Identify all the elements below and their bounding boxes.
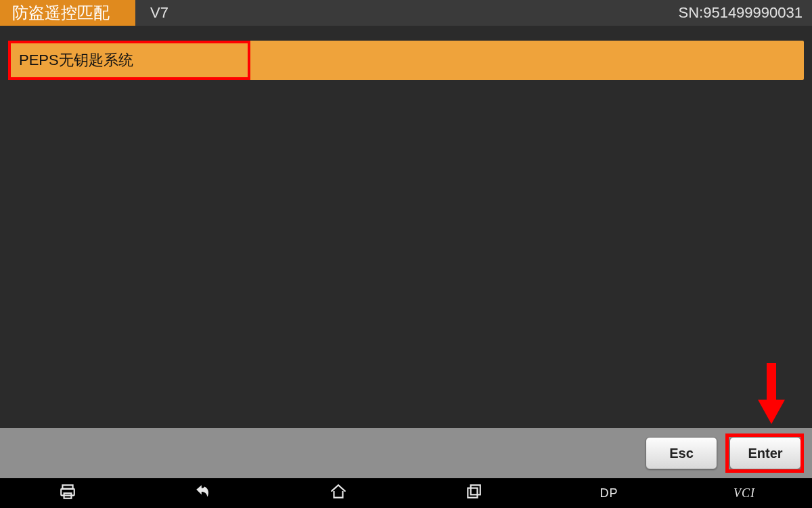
- main-content: PEPS无钥匙系统: [0, 26, 812, 428]
- back-icon: [194, 483, 212, 504]
- home-icon: [330, 483, 347, 504]
- bottom-nav: DP VCI: [0, 478, 812, 508]
- vci-label: VCI: [734, 486, 755, 501]
- recent-apps-icon: [465, 483, 482, 504]
- svg-rect-5: [468, 488, 477, 497]
- serial-number: SN:951499990031: [669, 0, 813, 26]
- nav-vci[interactable]: VCI: [677, 486, 812, 501]
- printer-icon: [59, 483, 76, 504]
- annotation-arrow-icon: [758, 363, 785, 424]
- dp-label: DP: [600, 486, 618, 501]
- nav-dp[interactable]: DP: [541, 486, 677, 501]
- nav-home[interactable]: [271, 483, 406, 504]
- svg-marker-1: [758, 400, 785, 424]
- svg-rect-3: [61, 488, 74, 495]
- esc-button[interactable]: Esc: [646, 437, 717, 469]
- nav-recent[interactable]: [406, 483, 541, 504]
- nav-back[interactable]: [135, 483, 271, 504]
- footer-button-bar: Esc Enter: [0, 428, 812, 478]
- menu-item-label: PEPS无钥匙系统: [19, 51, 133, 68]
- svg-rect-6: [471, 485, 480, 494]
- app-title: 防盗遥控匹配: [0, 0, 135, 26]
- enter-button[interactable]: Enter: [729, 437, 801, 469]
- header-bar: 防盗遥控匹配 V7 SN:951499990031: [0, 0, 812, 26]
- svg-rect-0: [767, 363, 776, 402]
- version-label: V7: [135, 0, 183, 26]
- menu-item-peps[interactable]: PEPS无钥匙系统: [8, 41, 804, 80]
- nav-print[interactable]: [0, 483, 135, 504]
